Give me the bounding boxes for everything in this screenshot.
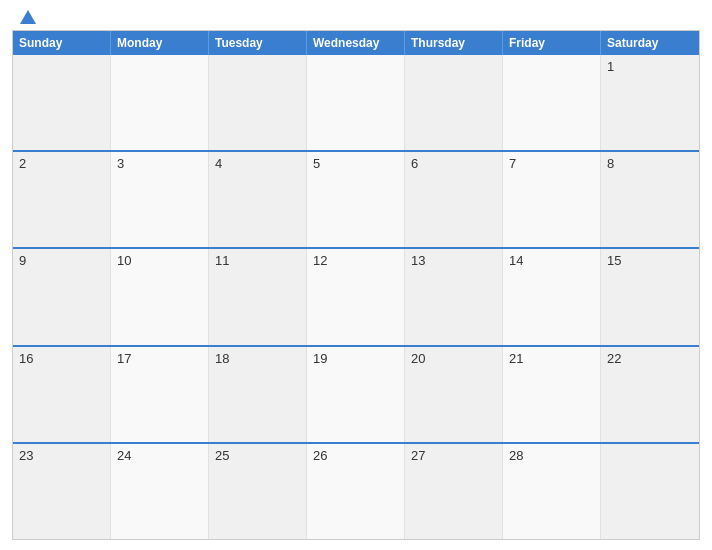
weekday-header-monday: Monday (111, 31, 209, 55)
calendar-cell: 20 (405, 347, 503, 442)
calendar-cell: 11 (209, 249, 307, 344)
day-number: 27 (411, 448, 496, 463)
calendar-body: 1234567891011121314151617181920212223242… (13, 55, 699, 539)
calendar-cell: 27 (405, 444, 503, 539)
weekday-header-friday: Friday (503, 31, 601, 55)
calendar-cell: 17 (111, 347, 209, 442)
calendar-header-row: SundayMondayTuesdayWednesdayThursdayFrid… (13, 31, 699, 55)
weekday-header-wednesday: Wednesday (307, 31, 405, 55)
day-number: 13 (411, 253, 496, 268)
day-number: 26 (313, 448, 398, 463)
logo-triangle-icon (20, 10, 36, 24)
day-number: 11 (215, 253, 300, 268)
weekday-header-tuesday: Tuesday (209, 31, 307, 55)
calendar-cell (307, 55, 405, 150)
day-number: 1 (607, 59, 693, 74)
weekday-header-saturday: Saturday (601, 31, 699, 55)
calendar-cell (13, 55, 111, 150)
calendar-cell: 9 (13, 249, 111, 344)
calendar-cell: 22 (601, 347, 699, 442)
day-number: 25 (215, 448, 300, 463)
day-number: 6 (411, 156, 496, 171)
day-number: 28 (509, 448, 594, 463)
page-header (12, 10, 700, 24)
calendar-cell: 24 (111, 444, 209, 539)
calendar-cell (111, 55, 209, 150)
day-number: 17 (117, 351, 202, 366)
day-number: 8 (607, 156, 693, 171)
calendar-cell (405, 55, 503, 150)
logo (16, 10, 36, 24)
day-number: 7 (509, 156, 594, 171)
day-number: 3 (117, 156, 202, 171)
calendar-cell (209, 55, 307, 150)
calendar-cell: 7 (503, 152, 601, 247)
day-number: 23 (19, 448, 104, 463)
calendar-cell: 14 (503, 249, 601, 344)
day-number: 5 (313, 156, 398, 171)
calendar-cell: 8 (601, 152, 699, 247)
calendar-cell: 1 (601, 55, 699, 150)
calendar-cell: 10 (111, 249, 209, 344)
day-number: 16 (19, 351, 104, 366)
calendar-cell: 19 (307, 347, 405, 442)
day-number: 24 (117, 448, 202, 463)
day-number: 15 (607, 253, 693, 268)
calendar-cell: 5 (307, 152, 405, 247)
day-number: 22 (607, 351, 693, 366)
calendar-cell: 12 (307, 249, 405, 344)
day-number: 20 (411, 351, 496, 366)
day-number: 2 (19, 156, 104, 171)
calendar-cell (601, 444, 699, 539)
calendar-cell: 13 (405, 249, 503, 344)
calendar-cell: 15 (601, 249, 699, 344)
calendar-week-2: 2345678 (13, 150, 699, 247)
day-number: 4 (215, 156, 300, 171)
weekday-header-thursday: Thursday (405, 31, 503, 55)
day-number: 19 (313, 351, 398, 366)
day-number: 9 (19, 253, 104, 268)
calendar-cell: 25 (209, 444, 307, 539)
calendar-cell: 16 (13, 347, 111, 442)
calendar-cell: 26 (307, 444, 405, 539)
day-number: 18 (215, 351, 300, 366)
weekday-header-sunday: Sunday (13, 31, 111, 55)
calendar-week-3: 9101112131415 (13, 247, 699, 344)
day-number: 14 (509, 253, 594, 268)
calendar-cell: 28 (503, 444, 601, 539)
calendar-cell: 18 (209, 347, 307, 442)
day-number: 21 (509, 351, 594, 366)
calendar-cell (503, 55, 601, 150)
calendar-grid: SundayMondayTuesdayWednesdayThursdayFrid… (12, 30, 700, 540)
calendar-cell: 2 (13, 152, 111, 247)
calendar-page: SundayMondayTuesdayWednesdayThursdayFrid… (0, 0, 712, 550)
calendar-cell: 3 (111, 152, 209, 247)
calendar-cell: 6 (405, 152, 503, 247)
calendar-cell: 21 (503, 347, 601, 442)
calendar-week-5: 232425262728 (13, 442, 699, 539)
calendar-cell: 23 (13, 444, 111, 539)
calendar-cell: 4 (209, 152, 307, 247)
day-number: 12 (313, 253, 398, 268)
calendar-week-4: 16171819202122 (13, 345, 699, 442)
day-number: 10 (117, 253, 202, 268)
calendar-week-1: 1 (13, 55, 699, 150)
